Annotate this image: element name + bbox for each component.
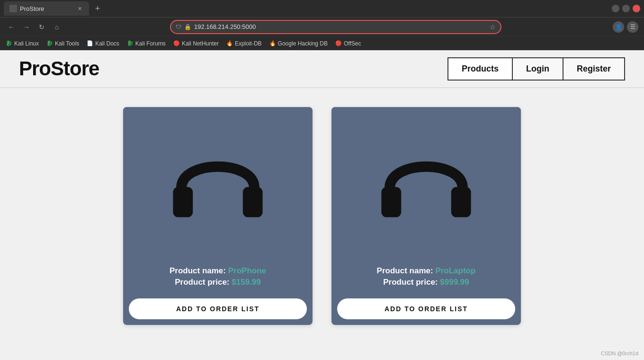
window-controls — [612, 5, 640, 12]
bookmark-exploit-db-label: Exploit-DB — [235, 40, 262, 47]
new-tab-button[interactable]: + — [91, 2, 104, 15]
tab-title: ProStore — [20, 5, 72, 12]
refresh-button[interactable]: ↻ — [36, 21, 47, 33]
bookmark-google-hacking[interactable]: 🔥 Google Hacking DB — [269, 40, 328, 47]
bookmark-kali-tools[interactable]: 🐉 Kali Tools — [46, 40, 79, 47]
svg-rect-7 — [457, 183, 464, 193]
bookmarks-bar: 🐉 Kali Linux 🐉 Kali Tools 📄 Kali Docs 🐉 … — [0, 36, 644, 50]
products-section: Product name: ProPhone Product price: $1… — [0, 88, 644, 344]
address-bar[interactable]: 🛡 🔒 192.168.214.250:5000 ☆ — [170, 20, 501, 34]
product-price-value-2: $999.99 — [440, 278, 469, 287]
maximize-button[interactable] — [622, 5, 630, 12]
product-card-prolaptop: Product name: ProLaptop Product price: $… — [331, 107, 521, 325]
product-info-prophone: Product name: ProPhone Product price: $1… — [123, 259, 313, 293]
bookmark-star-icon[interactable]: ☆ — [490, 23, 496, 31]
bookmark-kali-linux[interactable]: 🐉 Kali Linux — [6, 40, 39, 47]
profile-icon[interactable]: 👤 — [613, 21, 624, 33]
tab-close-button[interactable]: ✕ — [76, 5, 83, 12]
browser-tab[interactable]: ProStore ✕ — [4, 1, 89, 16]
product-image-prolaptop — [331, 107, 521, 259]
shield-icon: 🛡 — [176, 24, 181, 30]
product-price-line: Product price: $159.99 — [133, 278, 303, 287]
svg-rect-6 — [389, 183, 395, 193]
svg-rect-3 — [249, 183, 255, 193]
browser-extra-icons: 👤 ☰ — [613, 21, 638, 33]
kali-linux-icon: 🐉 — [6, 40, 12, 46]
page-content: ProStore Products Login Register — [0, 50, 644, 344]
bookmark-offsec[interactable]: 🔴 OffSec — [335, 40, 361, 47]
home-button[interactable]: ⌂ — [51, 21, 63, 33]
bookmark-kali-tools-label: Kali Tools — [55, 40, 79, 47]
bookmark-offsec-label: OffSec — [344, 40, 361, 47]
browser-toolbar: ← → ↻ ⌂ 🛡 🔒 192.168.214.250:5000 ☆ 👤 ☰ — [0, 17, 644, 36]
product-price-line-2: Product price: $999.99 — [341, 278, 511, 287]
kali-forums-icon: 🐉 — [127, 40, 134, 46]
bookmark-kali-forums-label: Kali Forums — [135, 40, 166, 47]
nav-register-link[interactable]: Register — [564, 57, 625, 81]
product-name-line: Product name: ProPhone — [133, 266, 303, 276]
address-text: 192.168.214.250:5000 — [194, 23, 487, 30]
add-to-order-button-prolaptop[interactable]: ADD TO ORDER LIST — [337, 298, 515, 319]
bookmark-google-hacking-label: Google Hacking DB — [278, 40, 328, 47]
product-name-label-2: Product name: — [377, 266, 433, 275]
bookmark-exploit-db[interactable]: 🔥 Exploit-DB — [226, 40, 262, 47]
exploit-db-icon: 🔥 — [226, 40, 233, 46]
browser-chrome: ProStore ✕ + ← → ↻ ⌂ 🛡 🔒 192.168.214.250… — [0, 0, 644, 50]
offsec-icon: 🔴 — [335, 40, 342, 46]
headphones-icon — [166, 131, 270, 235]
navbar-links: Products Login Register — [447, 57, 625, 81]
google-hacking-icon: 🔥 — [269, 40, 276, 46]
add-to-order-button-prophone[interactable]: ADD TO ORDER LIST — [129, 298, 307, 319]
lock-icon: 🔒 — [184, 24, 191, 30]
nav-products-link[interactable]: Products — [447, 57, 512, 81]
product-name-line-2: Product name: ProLaptop — [341, 266, 511, 276]
nav-login-link[interactable]: Login — [512, 57, 564, 81]
product-price-value: $159.99 — [232, 278, 260, 287]
product-price-label-2: Product price: — [383, 278, 438, 287]
product-name-value-2: ProLaptop — [435, 266, 475, 275]
bookmark-kali-nethunter[interactable]: 🔴 Kali NetHunter — [173, 40, 219, 47]
product-name-value: ProPhone — [228, 266, 266, 275]
menu-icon[interactable]: ☰ — [627, 21, 638, 33]
svg-rect-2 — [180, 183, 187, 193]
browser-favicon-icon — [9, 5, 17, 12]
bookmark-kali-forums[interactable]: 🐉 Kali Forums — [127, 40, 166, 47]
minimize-button[interactable] — [612, 5, 619, 12]
forward-button[interactable]: → — [21, 21, 32, 33]
product-info-prolaptop: Product name: ProLaptop Product price: $… — [331, 259, 521, 293]
product-name-label: Product name: — [170, 266, 226, 275]
bookmark-kali-nethunter-label: Kali NetHunter — [182, 40, 219, 47]
kali-docs-icon: 📄 — [87, 40, 93, 46]
headphones-icon-2 — [374, 131, 478, 235]
bookmark-kali-linux-label: Kali Linux — [14, 40, 39, 47]
browser-titlebar: ProStore ✕ + — [0, 0, 644, 17]
navbar: ProStore Products Login Register — [0, 50, 644, 88]
bookmark-kali-docs-label: Kali Docs — [95, 40, 119, 47]
kali-nethunter-icon: 🔴 — [173, 40, 180, 46]
kali-tools-icon: 🐉 — [46, 40, 53, 46]
close-button[interactable] — [633, 5, 640, 12]
back-button[interactable]: ← — [6, 21, 17, 33]
product-price-label: Product price: — [175, 278, 229, 287]
site-brand[interactable]: ProStore — [19, 57, 99, 80]
product-image-prophone — [123, 107, 313, 259]
product-card-prophone: Product name: ProPhone Product price: $1… — [123, 107, 313, 325]
bookmark-kali-docs[interactable]: 📄 Kali Docs — [87, 40, 119, 47]
